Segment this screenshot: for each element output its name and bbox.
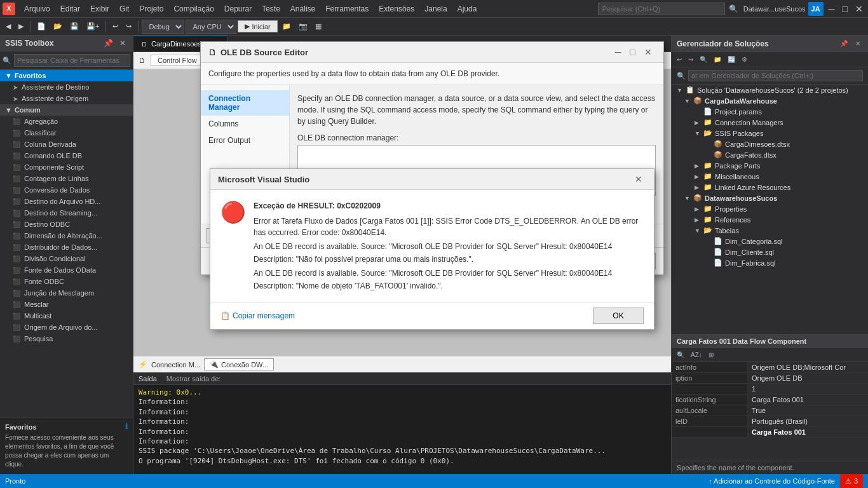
sol-toolbar-btn-2[interactable]: ↪ (686, 54, 696, 65)
save-button[interactable]: 💾 (67, 20, 82, 32)
props-btn-3[interactable]: ⊞ (706, 349, 716, 360)
menu-arquivo[interactable]: Arquivo (19, 0, 55, 17)
menu-git[interactable]: Git (114, 0, 134, 17)
toolbox-close-button[interactable]: ✕ (118, 38, 128, 48)
global-search-input[interactable] (598, 3, 725, 15)
dialog-minimize-button[interactable]: ─ (611, 46, 625, 58)
sol-toolbar-btn-1[interactable]: ↩ (674, 54, 684, 65)
tree-tabelas[interactable]: ▼ 📂 Tabelas (672, 225, 868, 236)
maximize-button[interactable]: □ (840, 3, 850, 15)
sidebar-item-connection-manager[interactable]: Connection Manager (201, 90, 289, 116)
tree-project-2[interactable]: ▼ 📦 DatawarehouseSucos (672, 193, 868, 203)
close-button[interactable]: ✕ (853, 3, 865, 15)
tree-package-parts[interactable]: ▶ 📁 Package Parts (672, 160, 868, 171)
copy-message-link[interactable]: 📋 Copiar mensagem (220, 311, 295, 320)
conn-item[interactable]: 🔌 Conexão DW... (204, 358, 274, 370)
control-flow-tab[interactable]: Control Flow (151, 55, 204, 66)
sol-toolbar-btn-5[interactable]: 🔄 (725, 54, 738, 65)
tree-properties[interactable]: ▶ 📁 Properties (672, 203, 868, 214)
menu-exibir[interactable]: Exibir (85, 0, 114, 17)
menu-projeto[interactable]: Projeto (134, 0, 168, 17)
tree-conn-managers[interactable]: ▶ 📁 Connection Managers (672, 117, 868, 128)
sidebar-item-columns[interactable]: Columns (201, 116, 289, 132)
toolbox-item-16[interactable]: ⬛ Mesclar (0, 299, 133, 310)
tree-linked-azure[interactable]: ▶ 📁 Linked Azure Resources (672, 182, 868, 193)
toolbox-search-input[interactable] (14, 54, 130, 67)
toolbox-item-1[interactable]: ⬛ Classificar (0, 127, 133, 139)
toolbox-item-9[interactable]: ⬛ Destino ODBC (0, 219, 133, 230)
menu-depurar[interactable]: Depurar (219, 0, 257, 17)
error-ok-button[interactable]: OK (593, 308, 644, 324)
toolbox-item-dest-wizard[interactable]: ➤ Assistente de Destino (0, 81, 133, 93)
status-source-control[interactable]: ↑ Adicionar ao Controle do Código-Fonte (709, 477, 835, 485)
sidebar-item-error-output[interactable]: Error Output (201, 132, 289, 149)
tree-carga-dimesoes[interactable]: 📦 CargaDimesoes.dtsx (672, 139, 868, 149)
toolbox-item-13[interactable]: ⬛ Fonte de Dados OData (0, 264, 133, 276)
misc-button[interactable]: ▦ (312, 20, 325, 32)
menu-analise[interactable]: Análise (285, 0, 320, 17)
menu-ferramentas[interactable]: Ferramentas (320, 0, 374, 17)
toolbox-common-header[interactable]: ▼ Comum (0, 104, 133, 116)
toolbox-item-5[interactable]: ⬛ Contagem de Linhas (0, 173, 133, 184)
toolbox-item-17[interactable]: ⬛ Multicast (0, 310, 133, 322)
start-button[interactable]: ▶ Iniciar (238, 20, 277, 32)
tree-project-1[interactable]: ▼ 📦 CargaDataWarehouse (672, 95, 868, 106)
toolbox-item-19[interactable]: ⬛ Pesquisa (0, 333, 133, 344)
toolbox-item-14[interactable]: ⬛ Fonte ODBC (0, 276, 133, 287)
menu-teste[interactable]: Teste (257, 0, 285, 17)
toolbox-item-18[interactable]: ⬛ Origem de Arquivo do... (0, 322, 133, 333)
tree-dim-categoria[interactable]: 📄 Dim_Categoria.sql (672, 236, 868, 247)
toolbox-item-4[interactable]: ⬛ Componente Script (0, 161, 133, 173)
save-all-button[interactable]: 💾+ (83, 20, 102, 32)
toolbox-item-10[interactable]: ⬛ Dimensão de Alteração... (0, 230, 133, 241)
tree-ssis-packages[interactable]: ▼ 📂 SSIS Packages (672, 128, 868, 139)
props-btn-2[interactable]: AZ↓ (688, 349, 705, 360)
sol-toolbar-btn-6[interactable]: ⚙ (739, 54, 750, 65)
back-button[interactable]: ◀ (3, 20, 14, 32)
debug-config-dropdown[interactable]: Debug (142, 20, 184, 34)
sol-toolbar-btn-4[interactable]: 📁 (711, 54, 724, 65)
menu-editar[interactable]: Editar (55, 0, 85, 17)
new-file-button[interactable]: 📄 (34, 20, 49, 32)
user-avatar[interactable]: JA (808, 2, 824, 16)
toolbox-item-6[interactable]: ⬛ Conversão de Dados (0, 184, 133, 196)
menu-ajuda[interactable]: Ajuda (452, 0, 482, 17)
open-file-button[interactable]: 📂 (50, 20, 65, 32)
toolbox-item-3[interactable]: ⬛ Comando OLE DB (0, 150, 133, 161)
minimize-button[interactable]: ─ (826, 3, 837, 15)
toolbox-item-11[interactable]: ⬛ Distribuidor de Dados... (0, 241, 133, 253)
dialog-close-button[interactable]: ✕ (641, 46, 656, 58)
solution-root[interactable]: ▼ 📋 Solução 'DatawarehouseSucos' (2 de 2… (672, 85, 868, 95)
menu-compilacao[interactable]: Compilação (168, 0, 219, 17)
solution-pin-button[interactable]: 📌 (837, 38, 850, 49)
folder-button[interactable]: 📁 (279, 20, 294, 32)
forward-button[interactable]: ▶ (15, 20, 27, 32)
toolbox-item-8[interactable]: ⬛ Destino do Streaming... (0, 207, 133, 219)
sol-toolbar-btn-3[interactable]: 🔍 (697, 54, 710, 65)
error-dialog-close-button[interactable]: ✕ (631, 173, 646, 186)
toolbox-item-2[interactable]: ⬛ Coluna Derivada (0, 139, 133, 150)
redo-button[interactable]: ↪ (123, 20, 135, 32)
tree-references[interactable]: ▶ 📁 References (672, 214, 868, 225)
solution-search-input[interactable] (688, 70, 863, 81)
tree-dim-fabrica[interactable]: 📄 Dim_Fabrica.sql (672, 257, 868, 268)
toolbox-favorites-header[interactable]: ▼ Favoritos (0, 70, 133, 81)
toolbox-item-12[interactable]: ⬛ Divisão Condicional (0, 253, 133, 264)
tree-dim-cliente[interactable]: 📄 Dim_Cliente.sql (672, 247, 868, 257)
tree-project-params[interactable]: 📄 Project.params (672, 106, 868, 117)
cpu-dropdown[interactable]: Any CPU (186, 20, 236, 34)
undo-button[interactable]: ↩ (109, 20, 121, 32)
tree-miscellaneous[interactable]: ▶ 📁 Miscellaneous (672, 171, 868, 182)
toolbox-item-0[interactable]: ⬛ Agregação (0, 116, 133, 127)
toolbox-item-7[interactable]: ⬛ Destino do Arquivo HD... (0, 196, 133, 207)
screenshot-button[interactable]: 📷 (295, 20, 311, 32)
dialog-maximize-button[interactable]: □ (627, 46, 639, 58)
toolbox-item-15[interactable]: ⬛ Junção de Mesclagem (0, 287, 133, 299)
props-btn-1[interactable]: 🔍 (674, 349, 687, 360)
menu-janela[interactable]: Janela (419, 0, 452, 17)
toolbox-pin-button[interactable]: 📌 (102, 38, 115, 48)
error-count-badge[interactable]: ⚠ 3 (840, 474, 863, 488)
menu-extensoes[interactable]: Extensões (374, 0, 419, 17)
toolbox-item-src-wizard[interactable]: ➤ Assistente de Origem (0, 93, 133, 104)
tree-carga-fatos[interactable]: 📦 CargaFatos.dtsx (672, 149, 868, 160)
